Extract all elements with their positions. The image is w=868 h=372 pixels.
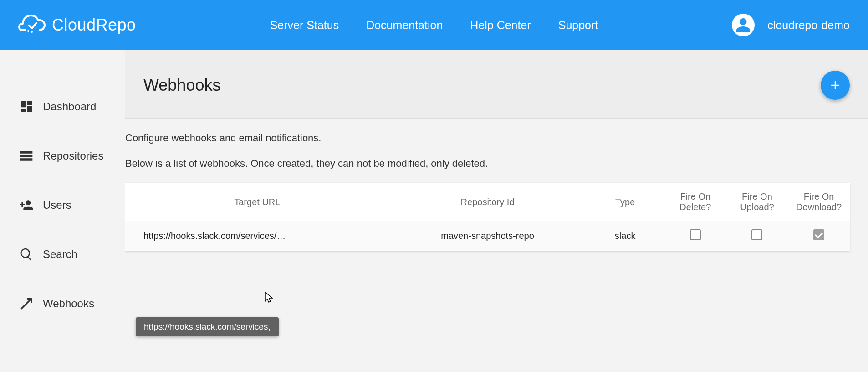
- cell-type: slack: [586, 221, 664, 251]
- top-nav: Server Status Documentation Help Center …: [136, 19, 732, 32]
- search-icon: [18, 247, 35, 262]
- sidebar-label: Repositories: [43, 150, 103, 162]
- table-header-row: Target URL Repository Id Type Fire On De…: [125, 183, 850, 221]
- cell-repo-id: maven-snapshots-repo: [389, 221, 586, 251]
- users-icon: [18, 198, 35, 212]
- desc-line-1: Configure webhooks and email notificatio…: [125, 132, 850, 144]
- sidebar-item-webhooks[interactable]: Webhooks: [0, 279, 125, 328]
- nav-help-center[interactable]: Help Center: [470, 19, 531, 32]
- th-type[interactable]: Type: [586, 183, 664, 221]
- nav-documentation[interactable]: Documentation: [366, 19, 443, 32]
- sidebar: Dashboard Repositories Users Search Webh…: [0, 50, 125, 372]
- cloud-icon: [18, 15, 46, 36]
- add-webhook-button[interactable]: [821, 71, 850, 100]
- cell-fire-delete: [664, 221, 726, 251]
- username: cloudrepo-demo: [767, 19, 850, 32]
- svg-point-0: [27, 30, 29, 32]
- page-description: Configure webhooks and email notificatio…: [125, 119, 868, 251]
- page-header: Webhooks: [125, 50, 868, 119]
- sidebar-label: Dashboard: [43, 100, 96, 113]
- th-fire-upload[interactable]: Fire On Upload?: [726, 183, 788, 221]
- page-title: Webhooks: [143, 76, 220, 95]
- th-fire-delete[interactable]: Fire On Delete?: [664, 183, 726, 221]
- th-fire-download[interactable]: Fire On Download?: [788, 183, 850, 221]
- sidebar-label: Webhooks: [43, 297, 94, 310]
- topbar: CloudRepo Server Status Documentation He…: [0, 0, 868, 50]
- sidebar-label: Users: [43, 199, 71, 212]
- plus-icon: [828, 78, 842, 92]
- cell-fire-upload: [726, 221, 788, 251]
- cell-fire-download: [788, 221, 850, 251]
- desc-line-2: Below is a list of webhooks. Once create…: [125, 158, 850, 170]
- sidebar-item-users[interactable]: Users: [0, 181, 125, 230]
- th-repo-id[interactable]: Repository Id: [389, 183, 586, 221]
- sidebar-item-repositories[interactable]: Repositories: [0, 131, 125, 181]
- checkbox-fire-delete[interactable]: [690, 229, 701, 240]
- sidebar-item-search[interactable]: Search: [0, 230, 125, 279]
- cell-target-url: https://hooks.slack.com/services/…: [125, 221, 389, 251]
- checkbox-fire-upload[interactable]: [751, 229, 762, 240]
- table-row[interactable]: https://hooks.slack.com/services/… maven…: [125, 221, 850, 251]
- checkbox-fire-download[interactable]: [813, 229, 824, 240]
- svg-point-1: [31, 31, 33, 33]
- repositories-icon: [18, 149, 35, 163]
- nav-server-status[interactable]: Server Status: [270, 19, 339, 32]
- sidebar-item-dashboard[interactable]: Dashboard: [0, 82, 125, 131]
- dashboard-icon: [18, 99, 35, 114]
- webhooks-icon: [18, 296, 35, 311]
- avatar-icon: [732, 14, 755, 36]
- brand-logo[interactable]: CloudRepo: [18, 15, 136, 36]
- webhooks-table: Target URL Repository Id Type Fire On De…: [125, 183, 850, 251]
- sidebar-label: Search: [43, 248, 77, 261]
- th-target-url[interactable]: Target URL: [125, 183, 389, 221]
- brand-name: CloudRepo: [52, 16, 136, 35]
- nav-support[interactable]: Support: [558, 19, 598, 32]
- user-area[interactable]: cloudrepo-demo: [732, 14, 850, 36]
- url-tooltip: https://hooks.slack.com/services,: [136, 317, 279, 336]
